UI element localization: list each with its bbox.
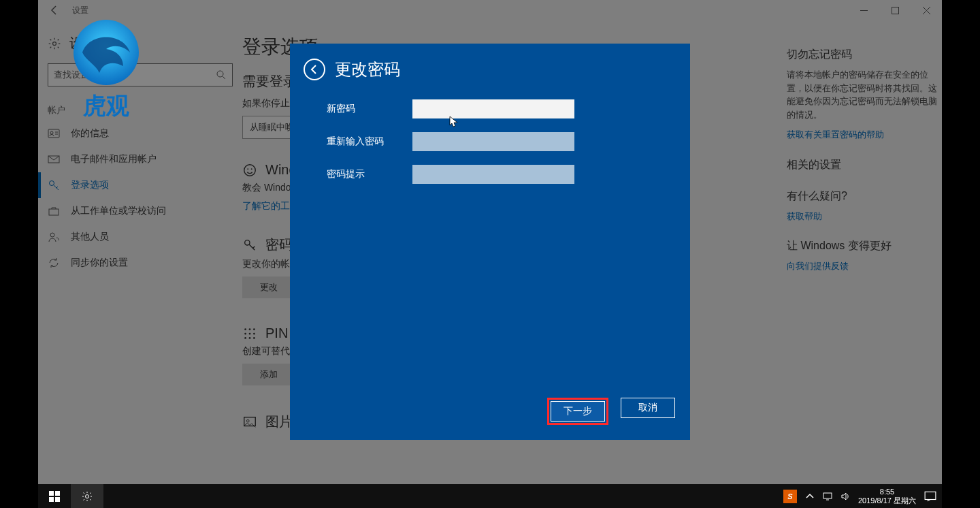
back-arrow-icon bbox=[49, 5, 60, 16]
svg-point-17 bbox=[249, 332, 251, 334]
sidebar-item-label: 登录选项 bbox=[71, 179, 109, 191]
taskbar-date: 2019/8/17 星期六 bbox=[858, 496, 916, 505]
reset-password-help-link[interactable]: 获取有关重置密码的帮助 bbox=[787, 128, 943, 142]
sidebar-item-label: 其他人员 bbox=[71, 231, 109, 243]
svg-point-11 bbox=[251, 168, 252, 170]
minimize-button[interactable] bbox=[848, 0, 879, 20]
pin-grid-icon bbox=[242, 326, 257, 341]
cancel-button[interactable]: 取消 bbox=[621, 398, 675, 418]
svg-point-23 bbox=[246, 419, 249, 422]
windows-logo-icon bbox=[49, 491, 60, 502]
picture-icon bbox=[242, 415, 257, 430]
svg-point-20 bbox=[249, 337, 251, 339]
maximize-button[interactable] bbox=[879, 0, 911, 20]
dialog-back-button[interactable] bbox=[304, 59, 325, 80]
svg-point-18 bbox=[253, 332, 255, 334]
password-hint-label: 密码提示 bbox=[290, 168, 412, 180]
svg-rect-31 bbox=[823, 493, 832, 498]
svg-point-19 bbox=[244, 337, 246, 339]
svg-rect-28 bbox=[49, 497, 54, 502]
smile-icon bbox=[242, 163, 257, 178]
right-heading-2: 相关的设置 bbox=[787, 157, 943, 173]
svg-rect-0 bbox=[892, 7, 898, 14]
password-heading: 密码 bbox=[265, 236, 293, 254]
svg-point-15 bbox=[253, 328, 255, 330]
sidebar-item-label: 从工作单位或学校访问 bbox=[71, 205, 166, 217]
sidebar-item-label: 电子邮件和应用帐户 bbox=[71, 153, 157, 165]
back-button[interactable] bbox=[38, 0, 71, 20]
window-titlebar: 设置 bbox=[38, 0, 942, 20]
search-input[interactable]: 查找设置 bbox=[48, 63, 233, 86]
search-icon bbox=[216, 69, 227, 80]
svg-point-2 bbox=[217, 71, 223, 77]
sidebar-item-signin-options[interactable]: 登录选项 bbox=[38, 172, 242, 198]
password-hint-input[interactable] bbox=[412, 165, 574, 184]
network-icon[interactable] bbox=[823, 492, 832, 501]
sidebar-item-your-info[interactable]: 你的信息 bbox=[38, 121, 242, 146]
close-icon bbox=[923, 7, 930, 14]
key-icon bbox=[48, 179, 60, 191]
svg-point-9 bbox=[244, 164, 256, 176]
sidebar-item-other-people[interactable]: 其他人员 bbox=[38, 224, 242, 250]
sidebar-item-email-accounts[interactable]: 电子邮件和应用帐户 bbox=[38, 146, 242, 172]
svg-point-21 bbox=[253, 337, 255, 339]
new-password-label: 新密码 bbox=[290, 103, 412, 115]
right-heading-4: 让 Windows 变得更好 bbox=[787, 238, 943, 254]
volume-icon[interactable] bbox=[840, 492, 850, 501]
pin-heading: PIN bbox=[265, 326, 288, 341]
close-button[interactable] bbox=[911, 0, 942, 20]
taskbar-time: 8:55 bbox=[880, 488, 894, 496]
svg-point-10 bbox=[247, 168, 248, 170]
sidebar-section-label: 帐户 bbox=[38, 95, 242, 121]
retype-password-input[interactable] bbox=[412, 132, 574, 151]
svg-point-13 bbox=[244, 328, 246, 330]
svg-point-30 bbox=[86, 494, 89, 498]
tray-chevron-up-icon[interactable] bbox=[805, 492, 815, 501]
svg-point-6 bbox=[50, 181, 54, 186]
taskbar-settings-button[interactable] bbox=[71, 484, 103, 508]
settings-right-column: 切勿忘记密码 请将本地帐户的密码储存在安全的位置，以便在你忘记密码时将其找回。这… bbox=[787, 46, 943, 288]
people-icon bbox=[48, 231, 60, 243]
gear-icon bbox=[82, 491, 93, 502]
search-placeholder: 查找设置 bbox=[54, 69, 89, 81]
sidebar-item-label: 你的信息 bbox=[71, 127, 109, 140]
sidebar-item-label: 同步你的设置 bbox=[71, 257, 128, 269]
get-help-link[interactable]: 获取帮助 bbox=[787, 210, 943, 223]
svg-point-4 bbox=[50, 131, 53, 134]
back-arrow-icon bbox=[310, 65, 319, 74]
person-card-icon bbox=[48, 127, 60, 140]
right-heading-3: 有什么疑问? bbox=[787, 188, 943, 204]
right-heading-1: 切勿忘记密码 bbox=[787, 46, 943, 63]
svg-rect-3 bbox=[48, 129, 59, 138]
change-password-dialog: 更改密码 新密码 重新输入密码 密码提示 下一步 取消 bbox=[290, 44, 690, 440]
change-password-button[interactable]: 更改 bbox=[242, 276, 295, 298]
add-pin-button[interactable]: 添加 bbox=[242, 364, 295, 385]
windows-taskbar: S 8:55 2019/8/17 星期六 bbox=[38, 484, 942, 508]
next-button[interactable]: 下一步 bbox=[551, 401, 605, 422]
window-title: 设置 bbox=[72, 5, 88, 16]
briefcase-icon bbox=[48, 205, 60, 217]
svg-rect-29 bbox=[55, 497, 60, 502]
sidebar-item-sync[interactable]: 同步你的设置 bbox=[38, 250, 242, 276]
notifications-icon[interactable] bbox=[924, 490, 936, 503]
start-button[interactable] bbox=[38, 484, 71, 508]
minimize-icon bbox=[860, 7, 868, 14]
mail-icon bbox=[48, 153, 60, 165]
taskbar-clock[interactable]: 8:55 2019/8/17 星期六 bbox=[858, 488, 916, 505]
right-text-1: 请将本地帐户的密码储存在安全的位置，以便在你忘记密码时将其找回。这能避免你因为忘… bbox=[787, 68, 943, 121]
feedback-link[interactable]: 向我们提供反馈 bbox=[787, 259, 943, 273]
sidebar-item-work-school[interactable]: 从工作单位或学校访问 bbox=[38, 198, 242, 224]
svg-point-1 bbox=[53, 42, 56, 45]
settings-sidebar: 设置 查找设置 帐户 你的信息 电子邮件和应用帐户 登录选项 从工作单位或学校访… bbox=[38, 22, 242, 508]
svg-rect-32 bbox=[925, 492, 936, 499]
new-password-input[interactable] bbox=[412, 99, 574, 118]
dialog-title: 更改密码 bbox=[335, 59, 400, 80]
gear-icon bbox=[48, 37, 61, 50]
maximize-icon bbox=[892, 7, 899, 14]
settings-home-header[interactable]: 设置 bbox=[38, 22, 242, 58]
ime-indicator[interactable]: S bbox=[783, 490, 797, 503]
svg-point-14 bbox=[249, 328, 251, 330]
svg-point-12 bbox=[245, 240, 250, 244]
key-large-icon bbox=[242, 238, 257, 253]
sync-icon bbox=[48, 257, 60, 269]
